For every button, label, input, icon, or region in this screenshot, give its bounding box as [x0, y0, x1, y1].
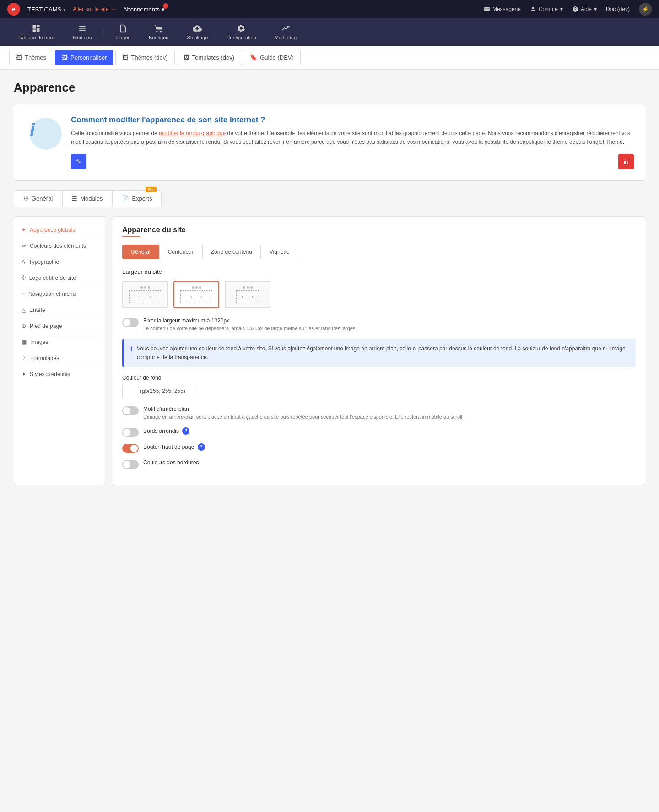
motif-toggle[interactable]: [122, 406, 139, 415]
site-dropdown-arrow: ▾: [63, 7, 65, 12]
motif-toggle-row: Motif d'arrière-plan L'image en arrière-…: [122, 406, 636, 421]
formulaires-icon: ☑: [22, 355, 27, 361]
bords-arrondis-toggle[interactable]: [122, 428, 139, 437]
main-panel: ✦ Apparence globale ✏ Couleurs des éléme…: [14, 216, 645, 485]
sidebar-item-typographie[interactable]: A Typographie: [14, 254, 105, 270]
info-i-letter: i: [30, 120, 35, 141]
logo: e: [7, 3, 20, 16]
tab-personnaliser[interactable]: 🖼 Personnaliser: [55, 50, 114, 65]
subtab-modules-icon: ☰: [72, 195, 77, 202]
width-options: ←→ ←→ ←→: [122, 281, 636, 308]
couleurs-icon: ✏: [22, 243, 26, 249]
navigation-icon: ≡: [22, 291, 25, 297]
main-nav: Tableau de bord Modules › Pages Boutique…: [0, 18, 659, 46]
nav-pages[interactable]: Pages: [107, 24, 140, 40]
bords-arrondis-help-icon[interactable]: ?: [182, 427, 189, 435]
bouton-haut-row: Bouton haut de page ?: [122, 443, 636, 453]
subtab-modules[interactable]: ☰ Modules: [62, 190, 112, 207]
messagerie-link[interactable]: Messagerie: [484, 6, 521, 12]
info-icon-large: i: [25, 115, 62, 152]
bouton-haut-help-icon[interactable]: ?: [198, 443, 205, 451]
info-content: Comment modifier l'apparence de son site…: [71, 115, 634, 169]
pied-de-page-icon: ⊙: [22, 323, 26, 329]
tab-themes[interactable]: 🖼 Thèmes: [9, 50, 53, 65]
styles-icon: ✦: [22, 371, 26, 377]
sidebar-item-couleurs[interactable]: ✏ Couleurs des éléments: [14, 238, 105, 254]
tabs-bar: 🖼 Thèmes 🖼 Personnaliser 🖼 Thèmes (dev) …: [0, 46, 659, 70]
color-fond-input[interactable]: [136, 384, 191, 398]
content-area: Apparence i Comment modifier l'apparence…: [0, 70, 659, 496]
sidebar-item-logo[interactable]: © Logo et titre du site: [14, 270, 105, 286]
nav-modules[interactable]: Modules: [64, 24, 101, 40]
info-box: i Vous pouvez ajouter une couleur de fon…: [122, 339, 636, 367]
compte-link[interactable]: Compte ▾: [530, 6, 563, 12]
right-panel: Apparence du site Général Conteneur Zone…: [113, 216, 645, 485]
bouton-haut-toggle[interactable]: [122, 444, 139, 453]
width-option-full[interactable]: ←→: [122, 281, 168, 308]
subtab-experts[interactable]: Pro 📄 Experts: [112, 190, 162, 207]
motif-desc: L'image en arrière-plan sera placée en h…: [143, 413, 464, 421]
subtab-general-icon: ⚙: [23, 195, 29, 202]
width-option-narrow[interactable]: ←→: [225, 281, 270, 308]
tab-guide-dev[interactable]: 🔖 Guide (DEV): [243, 50, 301, 65]
site-name[interactable]: TEST CAMS ▾: [27, 6, 65, 13]
couleur-bordures-toggle[interactable]: [122, 460, 139, 469]
sidebar-item-apparence-globale[interactable]: ✦ Apparence globale: [14, 222, 105, 238]
couleur-bordures-row: Couleurs des bordures: [122, 459, 636, 469]
sidebar-item-images[interactable]: ▦ Images: [14, 334, 105, 350]
max-width-toggle[interactable]: [122, 318, 139, 327]
couleur-bordures-label: Couleurs des bordures: [143, 459, 199, 466]
width-option-medium[interactable]: ←→: [173, 281, 219, 308]
info-heading: Comment modifier l'apparence de son site…: [71, 115, 634, 125]
sidebar-item-styles-predefinis[interactable]: ✦ Styles prédéfinis: [14, 366, 105, 382]
doc-link[interactable]: Doc (dev): [606, 6, 630, 12]
max-width-desc: Le contenu de votre site ne dépassera ja…: [143, 325, 357, 332]
nav-tableau-de-bord[interactable]: Tableau de bord: [9, 24, 64, 40]
bords-arrondis-label: Bords arrondis ?: [143, 427, 189, 435]
tab-themes-dev[interactable]: 🖼 Thèmes (dev): [115, 50, 174, 65]
motif-label: Motif d'arrière-plan: [143, 406, 464, 412]
tab-templates-dev[interactable]: 🖼 Templates (dev): [177, 50, 241, 65]
aide-link[interactable]: Aide ▾: [572, 6, 597, 12]
delete-button[interactable]: 🗑: [618, 154, 634, 169]
top-nav: e TEST CAMS ▾ Aller sur le site → Abonne…: [0, 0, 659, 18]
inner-tab-vignette[interactable]: Vignette: [261, 245, 298, 259]
color-fond-label: Couleur de fond: [122, 375, 636, 381]
color-fond-input-wrap: [122, 384, 195, 398]
page-title: Apparence: [14, 81, 645, 95]
subtab-experts-icon: 📄: [122, 195, 129, 202]
abonnements-menu[interactable]: Abonnements ▾: [123, 6, 165, 13]
nav-separator: ›: [103, 28, 105, 36]
sidebar-item-navigation[interactable]: ≡ Navigation et menu: [14, 286, 105, 302]
nav-boutique[interactable]: Boutique: [140, 24, 178, 40]
edit-button[interactable]: ✎: [71, 154, 86, 169]
apparence-globale-icon: ✦: [22, 227, 26, 233]
visit-site-link[interactable]: Aller sur le site →: [73, 6, 116, 12]
nav-marketing[interactable]: Marketing: [265, 24, 306, 40]
sidebar-item-pied-de-page[interactable]: ⊙ Pied de page: [14, 318, 105, 334]
abonnements-notification: [163, 3, 168, 9]
inner-tabs: Général Conteneur Zone de contenu Vignet…: [122, 245, 636, 259]
inner-tab-conteneur[interactable]: Conteneur: [159, 245, 202, 259]
info-box-text: Vous pouvez ajouter une couleur de fond …: [137, 344, 629, 362]
inner-tab-general[interactable]: Général: [122, 245, 159, 259]
right-panel-underline: [122, 236, 140, 237]
pro-badge: Pro: [146, 187, 157, 192]
avatar[interactable]: ⚡: [639, 3, 652, 16]
info-card: i Comment modifier l'apparence de son si…: [14, 104, 645, 181]
info-link[interactable]: modifier le rendu graphique: [159, 130, 226, 136]
subtab-general[interactable]: ⚙ Général: [14, 190, 62, 207]
nav-configuration[interactable]: Configuration: [217, 24, 265, 40]
sidebar-item-entete[interactable]: △ Entête: [14, 302, 105, 318]
visit-arrow: →: [111, 6, 116, 12]
max-width-toggle-row: Fixer la largeur maximum à 1320px Le con…: [122, 317, 636, 332]
inner-tab-zone-contenu[interactable]: Zone de contenu: [202, 245, 261, 259]
sidebar-item-formulaires[interactable]: ☑ Formulaires: [14, 350, 105, 366]
info-text: Cette fonctionnalité vous permet de modi…: [71, 129, 634, 147]
color-swatch[interactable]: [123, 384, 136, 398]
nav-stockage[interactable]: Stockage: [178, 24, 217, 40]
width-section-label: Largeur du site: [122, 268, 636, 275]
max-width-label: Fixer la largeur maximum à 1320px: [143, 317, 357, 324]
color-fond-row: Couleur de fond: [122, 375, 636, 398]
info-box-icon: i: [130, 345, 132, 362]
